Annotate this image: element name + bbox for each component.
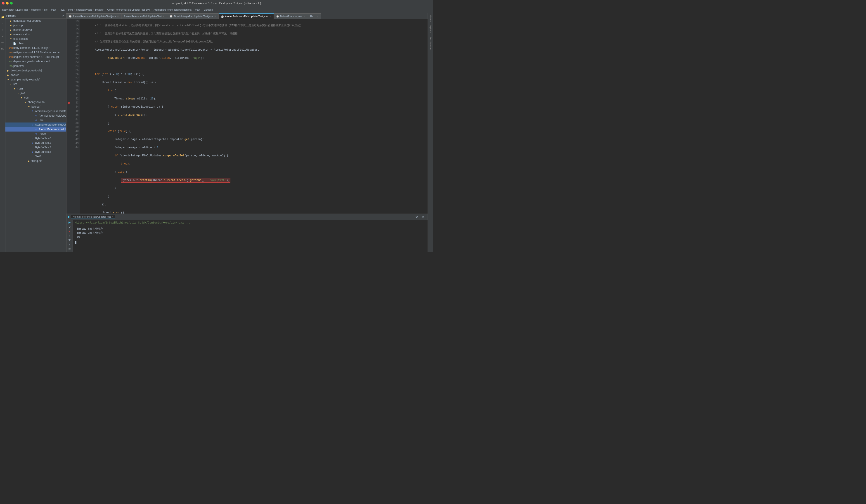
camera-btn[interactable]: 📷 bbox=[67, 247, 72, 250]
maximize-button[interactable] bbox=[10, 2, 13, 4]
bottom-close-btn[interactable]: × bbox=[420, 214, 426, 220]
maven-icon[interactable]: M bbox=[0, 34, 5, 38]
nav-item-com[interactable]: com bbox=[67, 8, 74, 12]
tree-item-maven-status[interactable]: ▶ maven-status bbox=[5, 32, 66, 37]
tree-item-test2[interactable]: C Test2 bbox=[5, 154, 66, 159]
rest-panel-btn[interactable]: RestServices bbox=[429, 36, 432, 51]
nav-item-class[interactable]: AtomicReferenceFieldUpdaterTest bbox=[153, 8, 192, 12]
tree-item-atomicint-file[interactable]: C AtomicIntegerFieldUpdaterTest.java bbox=[5, 109, 66, 113]
tab-re[interactable]: Re... × bbox=[308, 13, 321, 19]
tab-close-btn[interactable]: × bbox=[117, 15, 119, 18]
clear-btn[interactable]: 🗑 bbox=[67, 238, 72, 242]
app-window: netty-netty-4.1.38.Final – AtomicReferen… bbox=[0, 0, 433, 252]
project-icon[interactable]: 📁 bbox=[0, 15, 5, 20]
nav-sep-4: › bbox=[66, 8, 67, 11]
tree-item-docker[interactable]: ▶ docker bbox=[5, 73, 66, 77]
code-line-33: } bbox=[82, 186, 428, 190]
nav-item-src[interactable]: src bbox=[43, 8, 48, 12]
tree-item-src[interactable]: ▼ src bbox=[5, 82, 66, 86]
tree-item-jar2[interactable]: JAR netty-common-4.1.38.Final-sources.ja… bbox=[5, 50, 66, 55]
tree-item-generated[interactable]: ▶ generated-test-sources bbox=[5, 19, 66, 23]
sidebar-project-label: Project bbox=[6, 13, 15, 19]
tree-item-shengshiyuan[interactable]: ▼ shengshiyuan bbox=[5, 100, 66, 104]
scroll-end-btn[interactable]: ⤓ bbox=[67, 234, 72, 237]
tree-item-java[interactable]: ▼ java bbox=[5, 91, 66, 96]
nav-item-java[interactable]: java bbox=[59, 8, 65, 12]
nav-item-example[interactable]: example bbox=[30, 8, 42, 12]
tab-atomicref-java-active[interactable]: ☕ AtomicReferenceFieldUpdaterTest.java × bbox=[219, 13, 274, 19]
tab-close-btn[interactable]: × bbox=[269, 15, 271, 18]
tree-item-tuling-nio[interactable]: ▶ tuling.nio bbox=[5, 159, 66, 163]
tree-item-atomicint-class[interactable]: C AtomicIntegerFieldUpdaterTest bbox=[5, 113, 66, 118]
nav-item-lambda[interactable]: Lambda bbox=[203, 8, 214, 12]
jar-icon: JAR bbox=[9, 46, 13, 50]
tab-default-promise[interactable]: ☕ DefaultPromise.java × bbox=[274, 13, 308, 19]
bottom-tab-run[interactable]: AtomicReferenceFieldUpdaterTest × bbox=[71, 215, 115, 219]
fold-btn[interactable]: ↑ bbox=[67, 243, 72, 246]
tree-item-bytebuftest2[interactable]: C ByteBufTest2 bbox=[5, 145, 66, 149]
folder-open-icon: ▼ bbox=[13, 87, 16, 90]
mybatis-icon[interactable]: MB bbox=[0, 40, 5, 45]
gutter-34 bbox=[66, 105, 71, 109]
nav-item-project[interactable]: netty-netty-4.1.38.Final bbox=[1, 8, 29, 12]
tree-item-bytebuftest3[interactable]: C ByteBufTest3 bbox=[5, 149, 66, 154]
mybatis-panel-btn[interactable]: Mybatis bbox=[429, 24, 432, 34]
maven-panel-btn[interactable]: Maven bbox=[429, 14, 432, 23]
tree-item-bytebuftest1[interactable]: C ByteBufTest1 bbox=[5, 141, 66, 145]
java-icon: C bbox=[31, 146, 34, 149]
stop-btn[interactable]: ■ bbox=[67, 230, 72, 233]
nav-item-file[interactable]: AtomicReferenceFieldUpdaterTest.java bbox=[106, 8, 151, 12]
tab-label: AtomicIntegerFieldUpdaterTest.java bbox=[174, 15, 213, 18]
tab-close-btn[interactable]: × bbox=[214, 15, 216, 18]
tree-item-atomicref-class[interactable]: C AtomicReferenceFieldUpdaterTest bbox=[5, 127, 66, 132]
nav-item-bytebuf[interactable]: bytebuf bbox=[94, 8, 104, 12]
tab-close-btn[interactable]: × bbox=[163, 15, 165, 18]
code-line-32: System.out.println(Thread.currentThread(… bbox=[82, 178, 428, 182]
bottom-settings-btn[interactable]: ⚙ bbox=[414, 214, 420, 220]
gutter-31 bbox=[66, 93, 71, 97]
wrap-btn[interactable]: ↵ bbox=[67, 251, 72, 252]
tree-item-depred-pom[interactable]: XML dependency-reduced-pom.xml bbox=[5, 59, 66, 64]
tab-close-btn[interactable]: × bbox=[316, 15, 319, 18]
tree-item-test-classes[interactable]: ▼ test-classes bbox=[5, 37, 66, 41]
bottom-tab-close[interactable]: × bbox=[112, 215, 113, 218]
tab-atomicint-java[interactable]: ☕ AtomicIntegerFieldUpdaterTest.java × bbox=[167, 13, 219, 19]
tab-close-btn[interactable]: × bbox=[303, 15, 306, 18]
tree-item-jar1[interactable]: JAR netty-common-4.1.38.Final.jar bbox=[5, 46, 66, 50]
breakpoint-33[interactable] bbox=[68, 102, 70, 104]
folder-icon: ▶ bbox=[9, 23, 13, 27]
code-editor[interactable]: // 3. 变量不能是static，必须要是实例变量，因为Unsafe.obje… bbox=[80, 19, 428, 214]
minimize-button[interactable] bbox=[6, 2, 9, 4]
rerun-btn[interactable]: ↺ bbox=[67, 225, 72, 228]
run-btn[interactable]: ▶ bbox=[67, 221, 72, 224]
tree-item-bytebuftest0[interactable]: C ByteBufTest0 bbox=[5, 136, 66, 141]
tab-atomicref-class[interactable]: AtomicReferenceFieldUpdaterTest × bbox=[122, 13, 167, 19]
tree-item-user[interactable]: C User bbox=[5, 118, 66, 123]
nav-item-shengshiyuan[interactable]: shengshiyuan bbox=[76, 8, 93, 12]
rest-icon[interactable]: RS bbox=[0, 47, 5, 51]
tree-item-pom[interactable]: XML pom.xml bbox=[5, 64, 66, 68]
sidebar-toolbar: Project ⚙ bbox=[5, 13, 66, 19]
tab-label: AtomicReferenceFieldUpdaterTest bbox=[124, 15, 162, 18]
tree-item-plxarc[interactable]: 📄 .plxarc bbox=[5, 41, 66, 46]
code-line-31: } else { bbox=[82, 170, 428, 174]
git-icon[interactable]: ⑂ bbox=[0, 27, 5, 32]
tab-atomicref-java-1[interactable]: ☕ AtomicReferenceFieldUpdaterTest.java × bbox=[66, 13, 122, 19]
tree-item-atomicref-file[interactable]: C AtomicReferenceFieldUpdaterTest.java bbox=[5, 123, 66, 127]
tree-item-com[interactable]: ▼ com bbox=[5, 96, 66, 100]
tree-item-dev-tools[interactable]: ▶ dev-tools [netty-dev-tools] bbox=[5, 68, 66, 73]
tree-item-example[interactable]: ▼ example [netty-example] bbox=[5, 77, 66, 82]
sidebar-settings-btn[interactable]: ⚙ bbox=[60, 13, 65, 19]
tree-item-maven-archiver[interactable]: ▶ maven-archiver bbox=[5, 27, 66, 32]
nav-item-method[interactable]: main bbox=[194, 8, 201, 12]
gutter-15 bbox=[66, 27, 71, 32]
tree-item-jar3[interactable]: JAR original-netty-common-4.1.38.Final.j… bbox=[5, 55, 66, 59]
commit-icon[interactable]: ✓ bbox=[0, 21, 5, 26]
tree-item-main[interactable]: ▼ main bbox=[5, 86, 66, 91]
close-button[interactable] bbox=[2, 2, 4, 4]
tree-label: shengshiyuan bbox=[28, 101, 45, 104]
tree-item-japicmp[interactable]: ▶ japicmp bbox=[5, 23, 66, 27]
tree-item-bytebuf[interactable]: ▼ bytebuf bbox=[5, 104, 66, 109]
nav-item-main[interactable]: main bbox=[50, 8, 57, 12]
tree-item-person[interactable]: C Person bbox=[5, 132, 66, 136]
